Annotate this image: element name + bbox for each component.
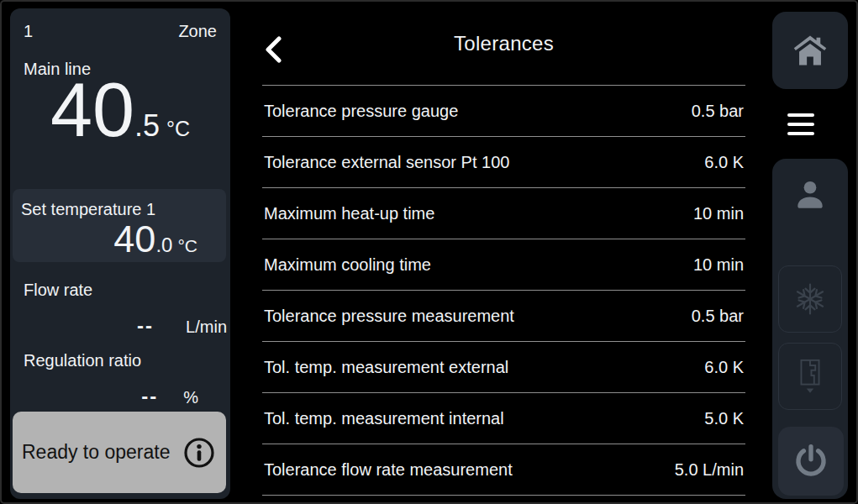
sidebar-item-power[interactable] — [778, 427, 844, 496]
regulation-ratio-reading: -- — [141, 385, 158, 408]
menu-icon — [787, 113, 814, 135]
main-line-temperature: 40 .5 °C — [10, 72, 230, 153]
row-label: Maximum cooling time — [264, 255, 431, 275]
table-row[interactable]: Tol. temp. measurement internal 5.0 K — [262, 393, 745, 444]
row-label: Tolerance pressure measurement — [264, 307, 514, 326]
row-value: 0.5 bar — [692, 102, 744, 121]
status-ready-button[interactable]: Ready to operate — [13, 412, 226, 493]
back-button[interactable] — [264, 36, 282, 63]
mold-icon — [791, 357, 829, 396]
status-label: Ready to operate — [22, 441, 170, 464]
row-value: 0.5 bar — [692, 307, 744, 326]
row-label: Tolerance external sensor Pt 100 — [264, 153, 509, 172]
home-icon — [792, 33, 828, 68]
regulation-ratio-unit: % — [183, 388, 198, 407]
flow-rate-label: Flow rate — [24, 281, 92, 300]
user-icon — [792, 177, 828, 213]
table-row[interactable]: Tolerance pressure gauge 0.5 bar — [262, 86, 745, 137]
row-value: 5.0 K — [704, 409, 744, 428]
row-value: 10 min — [693, 255, 744, 275]
row-label: Maximum heat-up time — [264, 204, 434, 223]
table-row[interactable]: Tolerance external sensor Pt 100 6.0 K — [262, 137, 745, 188]
table-row[interactable]: Maximum cooling time 10 min — [262, 239, 745, 291]
set-temperature-value: 40 .0 °C — [13, 219, 226, 259]
main-temp-int: 40 — [50, 72, 134, 148]
regulation-ratio-label: Regulation ratio — [24, 351, 141, 370]
row-value: 6.0 K — [704, 358, 744, 377]
flow-rate-value: -- L/min — [10, 314, 227, 338]
flow-rate-reading: -- — [137, 314, 154, 338]
set-temperature-label: Set temperature 1 — [13, 200, 226, 219]
zone-label: Zone — [178, 22, 217, 41]
row-label: Tol. temp. measurement external — [264, 358, 508, 377]
main-temp-unit: °C — [166, 117, 190, 141]
table-row[interactable]: Maximum heat-up time 10 min — [262, 188, 745, 239]
main-temp-dec: .5 — [134, 108, 160, 144]
page-title: Tolerances — [454, 32, 554, 55]
set-temp-int: 40 — [113, 219, 155, 259]
row-value: 10 min — [693, 204, 744, 223]
sidebar-item-cooling[interactable] — [778, 265, 842, 333]
set-temperature-card[interactable]: Set temperature 1 40 .0 °C — [13, 189, 226, 262]
row-label: Tol. temp. measurement internal — [264, 409, 504, 428]
sidebar-item-user[interactable] — [772, 177, 848, 213]
table-row[interactable]: Tolerance pressure measurement 0.5 bar — [262, 291, 745, 342]
table-row[interactable]: Tolerance flow rate measurement 5.0 L/mi… — [262, 444, 745, 496]
zone-number: 1 — [24, 22, 33, 41]
table-row[interactable]: Tol. temp. measurement external 6.0 K — [262, 342, 745, 393]
zone-status-panel: 1 Zone Main line 40 .5 °C Set temperatur… — [10, 8, 230, 499]
set-temp-unit: °C — [177, 236, 197, 256]
info-icon[interactable] — [182, 436, 216, 470]
power-icon — [792, 443, 829, 480]
sidebar-item-home[interactable] — [772, 12, 848, 89]
snowflake-icon — [792, 281, 829, 318]
hmi-screen: 1 Zone Main line 40 .5 °C Set temperatur… — [0, 0, 858, 504]
regulation-ratio-value: -- % — [10, 385, 198, 408]
set-temp-dec: .0 — [155, 234, 172, 257]
zone-header: 1 Zone — [10, 8, 230, 41]
chevron-left-icon — [264, 36, 282, 63]
tolerances-page: Tolerances Tolerance pressure gauge 0.5 … — [262, 2, 745, 504]
flow-rate-unit: L/min — [186, 318, 227, 337]
sidebar-item-mold[interactable] — [778, 343, 842, 410]
row-label: Tolerance pressure gauge — [264, 102, 458, 121]
sidebar-item-menu[interactable] — [754, 89, 848, 159]
row-value: 5.0 L/min — [675, 460, 744, 480]
row-label: Tolerance flow rate measurement — [264, 460, 513, 480]
row-value: 6.0 K — [704, 153, 744, 172]
sidebar-lower-panel — [772, 159, 848, 499]
page-header: Tolerances — [262, 2, 745, 86]
